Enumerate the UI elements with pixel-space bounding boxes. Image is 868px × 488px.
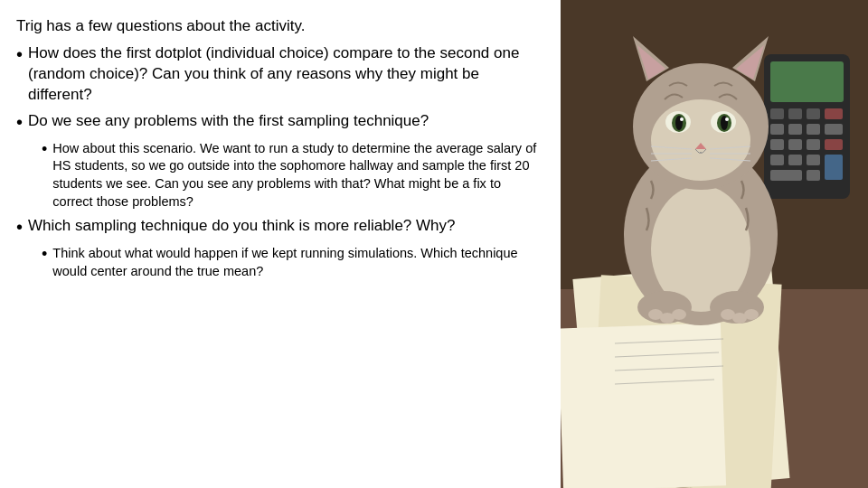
svg-rect-28 — [807, 170, 820, 181]
svg-rect-17 — [807, 124, 820, 135]
slide-title: Trig has a few questions about the activ… — [16, 16, 542, 36]
svg-rect-4 — [561, 323, 726, 488]
bullet-3-text: Which sampling technique do you think is… — [28, 216, 542, 237]
bullet-2-text: Do we see any problems with the first sa… — [28, 111, 542, 132]
bullet-symbol-2sub: • — [42, 140, 47, 160]
bullet-2-sub-text: How about this scenario. We want to run … — [52, 140, 542, 211]
svg-rect-16 — [788, 124, 802, 135]
bullet-2: • Do we see any problems with the first … — [16, 111, 542, 133]
text-section: Trig has a few questions about the activ… — [0, 0, 561, 488]
svg-rect-24 — [788, 155, 802, 165]
svg-point-44 — [725, 117, 729, 121]
svg-rect-20 — [788, 139, 802, 150]
bullet-1-text: How does the first dotplot (individual c… — [28, 43, 542, 106]
image-section — [561, 0, 868, 488]
svg-rect-15 — [770, 124, 784, 135]
svg-rect-12 — [788, 108, 802, 119]
svg-rect-21 — [807, 139, 820, 150]
bullet-1: • How does the first dotplot (individual… — [16, 43, 542, 106]
svg-rect-14 — [825, 108, 843, 119]
bullet-symbol-3sub: • — [42, 245, 47, 265]
svg-rect-11 — [770, 108, 784, 119]
bullet-3-sub: • Think about what would happen if we ke… — [16, 245, 542, 280]
cat-image — [561, 0, 868, 488]
svg-rect-19 — [770, 139, 784, 150]
bullet-2-sub: • How about this scenario. We want to ru… — [16, 140, 542, 211]
svg-rect-18 — [825, 124, 843, 135]
svg-rect-22 — [825, 139, 843, 150]
bullet-3-sub-text: Think about what would happen if we kept… — [52, 245, 542, 280]
svg-point-36 — [651, 99, 750, 181]
svg-rect-13 — [807, 108, 820, 119]
svg-rect-26 — [825, 155, 843, 180]
svg-rect-25 — [807, 155, 820, 165]
svg-point-59 — [744, 309, 759, 320]
bullet-symbol-2: • — [16, 111, 23, 133]
bullet-symbol-1: • — [16, 43, 23, 65]
svg-rect-10 — [770, 61, 844, 102]
svg-point-43 — [680, 117, 684, 121]
cat-illustration — [561, 0, 868, 488]
svg-point-56 — [672, 309, 686, 320]
bullet-3: • Which sampling technique do you think … — [16, 216, 542, 238]
slide-container: Trig has a few questions about the activ… — [0, 0, 868, 488]
svg-rect-23 — [770, 155, 784, 165]
svg-rect-27 — [770, 170, 802, 181]
bullet-symbol-3: • — [16, 216, 23, 238]
